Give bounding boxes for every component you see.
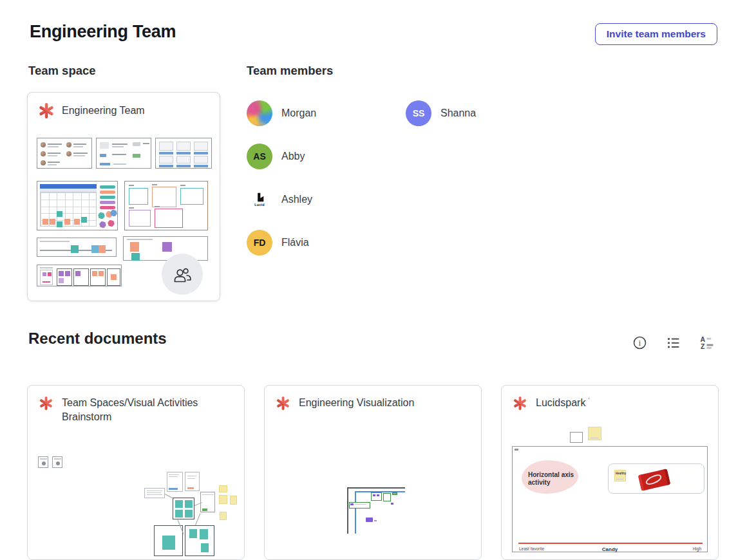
axis-center-label: Candy bbox=[513, 546, 707, 552]
member-name: Morgan bbox=[281, 107, 316, 119]
recent-documents-toolbar: i A Z bbox=[632, 335, 715, 351]
lucidspark-logo-icon bbox=[39, 396, 53, 411]
document-card-team-spaces-brainstorm[interactable]: Team Spaces/Visual Activities Brainstorm bbox=[27, 385, 245, 560]
thumb-people-panel bbox=[37, 138, 92, 169]
team-space-card[interactable]: Engineering Team bbox=[27, 92, 220, 301]
member-morgan[interactable]: Morgan bbox=[247, 100, 406, 126]
team-page: Engineering Team Invite team members Tea… bbox=[0, 0, 747, 560]
svg-text:i: i bbox=[639, 339, 641, 348]
member-name: Shanna bbox=[440, 107, 476, 119]
document-card-header: Team Spaces/Visual Activities Brainstorm bbox=[39, 396, 226, 425]
thumb-columns-panel bbox=[37, 265, 122, 286]
avatar-shanna: SS bbox=[406, 100, 431, 126]
avatar-flavia: FD bbox=[247, 230, 272, 256]
board-axis-line bbox=[518, 543, 703, 544]
lucidspark-logo-icon bbox=[276, 396, 290, 411]
member-shanna[interactable]: SS Shanna bbox=[406, 100, 565, 126]
list-view-icon[interactable] bbox=[665, 335, 681, 351]
team-space-card-header: Engineering Team bbox=[38, 102, 145, 119]
document-title-mark: ' bbox=[589, 397, 590, 403]
member-abby[interactable]: AS Abby bbox=[247, 144, 406, 169]
thumb-timeline-panel bbox=[37, 238, 117, 257]
invite-team-members-button[interactable]: Invite team members bbox=[595, 23, 717, 45]
svg-text:A: A bbox=[700, 336, 705, 343]
page-title: Engineering Team bbox=[30, 22, 176, 42]
member-name: Abby bbox=[281, 151, 305, 162]
document-card-header: Lucidspark ' bbox=[513, 396, 590, 411]
collaborators-badge bbox=[162, 254, 203, 295]
board-activity-label: Horizontal axis activity bbox=[528, 471, 592, 486]
lucidspark-logo-icon bbox=[38, 102, 55, 119]
thumb-stickies-panel bbox=[123, 236, 208, 261]
document-title: Engineering Visualization bbox=[299, 396, 414, 410]
lucidspark-logo-icon bbox=[513, 396, 527, 411]
member-name: Flávia bbox=[281, 237, 309, 248]
team-space-heading: Team space bbox=[28, 64, 96, 78]
thumb-cards-panel bbox=[155, 138, 212, 169]
document-card-engineering-visualization[interactable]: Engineering Visualization bbox=[264, 385, 482, 560]
team-space-card-title: Engineering Team bbox=[62, 105, 145, 117]
avatar-ashley-lucid-logo: Lucid bbox=[247, 187, 272, 212]
candy-image bbox=[638, 469, 670, 491]
member-ashley[interactable]: Lucid Ashley bbox=[247, 187, 406, 212]
document-title: Lucidspark ' bbox=[536, 396, 590, 410]
thumb-calendar-panel bbox=[37, 181, 118, 230]
lucid-logo-icon bbox=[255, 192, 265, 202]
team-members-heading: Team members bbox=[247, 64, 333, 78]
document-card-header: Engineering Visualization bbox=[276, 396, 414, 411]
avatar-abby: AS bbox=[247, 144, 272, 169]
recent-documents-heading: Recent documents bbox=[28, 330, 167, 348]
info-icon[interactable]: i bbox=[632, 335, 648, 351]
thumb-frames-panel bbox=[124, 181, 208, 230]
avatar-morgan bbox=[247, 100, 272, 126]
document-card-lucidspark[interactable]: Lucidspark ' Horizontal axis activity He… bbox=[501, 385, 719, 560]
svg-text:Z: Z bbox=[701, 343, 705, 350]
thumb-notes-panel bbox=[96, 138, 151, 169]
axis-right-label: High bbox=[693, 546, 701, 551]
board-container: Healthy bbox=[608, 463, 704, 494]
team-members-list: Morgan SS Shanna AS Abby Lucid Ashley FD… bbox=[247, 100, 565, 256]
team-space-thumbnail bbox=[35, 133, 213, 295]
member-flavia[interactable]: FD Flávia bbox=[247, 230, 406, 256]
sort-az-icon[interactable]: A Z bbox=[699, 335, 715, 351]
document-title: Team Spaces/Visual Activities Brainstorm bbox=[62, 396, 226, 425]
lucidspark-board: Horizontal axis activity Healthy Least f… bbox=[512, 446, 708, 552]
member-name: Ashley bbox=[281, 194, 312, 205]
people-icon bbox=[172, 265, 193, 284]
recent-documents-row: Team Spaces/Visual Activities Brainstorm bbox=[27, 385, 719, 560]
